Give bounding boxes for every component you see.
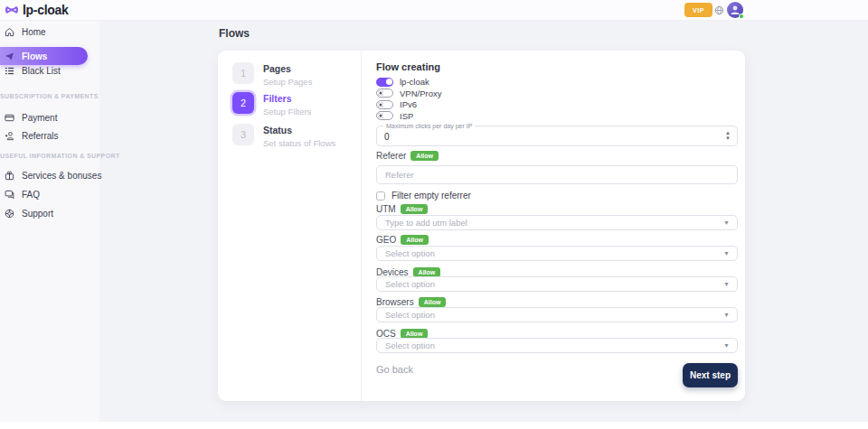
sidebar-item-flows[interactable]: Flows: [0, 47, 88, 65]
step-pages[interactable]: 1 Pages Setup Pages: [232, 62, 312, 87]
ocs-select[interactable]: ▼: [376, 338, 738, 353]
toggle-lp-cloak[interactable]: lp-cloak: [376, 77, 429, 87]
max-clicks-input[interactable]: [384, 132, 710, 142]
sidebar-item-support[interactable]: Support: [0, 207, 99, 219]
utm-select[interactable]: ▼: [376, 215, 738, 230]
chevron-down-icon: ▼: [723, 250, 730, 256]
filter-empty-referrer-checkbox[interactable]: [376, 191, 385, 201]
referer-allow-badge[interactable]: Allow: [410, 151, 439, 161]
referer-input[interactable]: [377, 170, 712, 180]
toggle-label: VPN/Proxy: [400, 89, 441, 98]
step-status[interactable]: 3 Status Set status of Flows: [232, 124, 335, 148]
browsers-select[interactable]: ▼: [376, 307, 738, 322]
toggle-switch-on[interactable]: [376, 78, 393, 87]
browsers-allow-badge[interactable]: Allow: [419, 297, 447, 307]
toggle-label: ISP: [400, 111, 413, 121]
checkbox-label: Filter empty referrer: [392, 191, 471, 201]
user-avatar[interactable]: [727, 2, 743, 18]
chat-icon: [5, 190, 14, 200]
toggle-isp[interactable]: ISP: [376, 111, 413, 121]
step-number: 3: [232, 124, 254, 145]
page-title: Flows: [219, 27, 250, 40]
toggle-switch-off[interactable]: [376, 89, 393, 98]
referer-label-row: Referer Allow: [376, 150, 439, 161]
devices-select-input[interactable]: [377, 279, 712, 289]
chevron-down-icon: ▼: [723, 342, 730, 349]
sidebar-item-referrals[interactable]: Referrals: [0, 129, 99, 142]
section-label: USEFUL INFORMATION & SUPPORT: [0, 153, 120, 159]
ocs-allow-badge[interactable]: Allow: [401, 329, 429, 339]
sidebar-item-label: Support: [22, 209, 53, 219]
sidebar-item-services-bonuses[interactable]: Services & bonuses: [0, 169, 99, 182]
footer-strip: [0, 422, 868, 429]
sidebar-section-subscription: SUBSCRIPTION & PAYMENTS: [0, 93, 98, 99]
geo-label: GEO: [376, 235, 396, 245]
geo-allow-badge[interactable]: Allow: [401, 235, 429, 245]
sidebar-item-black-list[interactable]: Black List: [0, 64, 99, 77]
referer-label: Referer: [376, 151, 406, 161]
top-header: lp-cloak VIP: [0, 0, 868, 21]
step-title: Filters: [263, 93, 311, 104]
utm-allow-badge[interactable]: Allow: [401, 204, 429, 214]
sidebar-item-label: Referrals: [22, 131, 59, 141]
utm-label: UTM: [376, 204, 396, 214]
sidebar-item-label: FAQ: [22, 190, 40, 200]
form-title: Flow creating: [376, 61, 440, 72]
chevron-down-icon: ▼: [723, 312, 730, 318]
toggle-ipv6[interactable]: IPv6: [376, 99, 417, 109]
referrals-person-icon: [5, 131, 14, 141]
gift-icon: [5, 171, 14, 181]
geo-label-row: GEO Allow: [376, 235, 429, 246]
toggle-label: lp-cloak: [400, 77, 429, 87]
sidebar: Home Flows Black List SUBSCRIPTION & PAY…: [0, 21, 99, 429]
utm-select-input[interactable]: [377, 218, 712, 228]
flow-wizard-card: 1 Pages Setup Pages 2 Filters Setup Filt…: [218, 51, 745, 401]
toggle-switch-off[interactable]: [376, 111, 393, 120]
sidebar-item-payment[interactable]: Payment: [0, 111, 99, 124]
ocs-label: OCS: [376, 329, 396, 339]
step-subtitle: Setup Pages: [263, 77, 312, 87]
step-title: Pages: [263, 63, 312, 74]
geo-select-input[interactable]: [377, 248, 712, 258]
step-number: 2: [232, 92, 254, 114]
flows-icon: [5, 51, 14, 61]
ocs-select-input[interactable]: [377, 340, 712, 350]
geo-select[interactable]: ▼: [376, 246, 738, 261]
sidebar-item-label: Flows: [22, 51, 47, 61]
lifebuoy-icon: [5, 209, 14, 219]
vip-button[interactable]: VIP: [684, 3, 712, 17]
credit-card-icon: [5, 113, 14, 123]
sidebar-item-home[interactable]: Home: [0, 25, 99, 38]
sidebar-item-label: Black List: [22, 66, 61, 76]
step-number: 1: [232, 62, 254, 84]
sidebar-item-faq[interactable]: FAQ: [0, 188, 99, 201]
toggle-switch-off[interactable]: [376, 100, 393, 109]
toggle-label: IPv6: [400, 99, 417, 109]
chevron-down-icon: ▼: [723, 281, 730, 287]
go-back-link[interactable]: Go back: [376, 364, 413, 375]
home-icon: [5, 27, 14, 37]
mask-logo-icon: [5, 5, 19, 14]
utm-label-row: UTM Allow: [376, 203, 428, 214]
browsers-label-row: Browsers Allow: [376, 297, 446, 308]
step-title: Status: [263, 125, 335, 135]
devices-label: Devices: [376, 267, 409, 277]
devices-allow-badge[interactable]: Allow: [413, 267, 441, 277]
logo-text: lp-cloak: [23, 3, 69, 17]
app-logo: lp-cloak: [5, 3, 69, 17]
list-icon: [5, 66, 14, 76]
step-filters[interactable]: 2 Filters Setup Filters: [232, 92, 311, 117]
sidebar-item-label: Payment: [22, 113, 57, 123]
number-stepper[interactable]: ▲▼: [725, 130, 731, 141]
next-step-button[interactable]: Next step: [683, 363, 738, 387]
filter-empty-referrer-row[interactable]: Filter empty referrer: [376, 191, 471, 201]
sidebar-item-label: Services & bonuses: [22, 171, 101, 181]
chevron-down-icon: ▼: [723, 219, 730, 226]
browsers-label: Browsers: [376, 297, 414, 307]
language-globe-icon[interactable]: [714, 5, 724, 15]
section-label: SUBSCRIPTION & PAYMENTS: [0, 93, 99, 99]
devices-select[interactable]: ▼: [376, 276, 738, 292]
toggle-vpn-proxy[interactable]: VPN/Proxy: [376, 89, 441, 98]
step-subtitle: Setup Filters: [263, 107, 311, 117]
browsers-select-input[interactable]: [377, 310, 712, 320]
